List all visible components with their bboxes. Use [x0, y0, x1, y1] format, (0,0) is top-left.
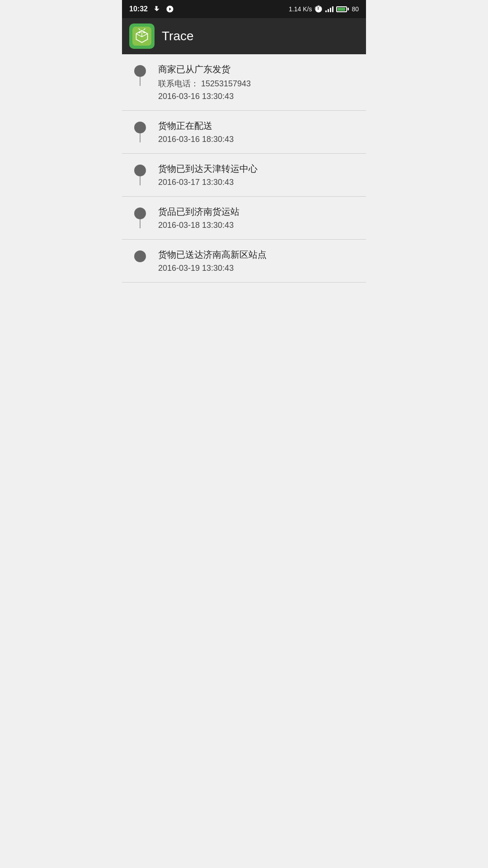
timeline-title: 货物已到达天津转运中心	[158, 163, 355, 175]
app-icon	[129, 24, 155, 49]
status-left: 10:32	[129, 5, 174, 13]
timeline-dot	[134, 165, 146, 176]
timeline-left	[122, 206, 158, 219]
alarm-icon	[314, 5, 323, 13]
timeline-left	[122, 163, 158, 176]
status-bar: 10:32 1.14 K/s 80	[122, 0, 366, 18]
network-icon	[166, 5, 174, 13]
timeline-line	[140, 133, 141, 142]
timeline-dot	[134, 208, 146, 219]
svg-point-6	[143, 32, 145, 33]
timeline-title: 货品已到济南货运站	[158, 206, 355, 218]
status-time: 10:32	[129, 5, 148, 13]
timeline-item: 货物已送达济南高新区站点 2016-03-19 13:30:43	[122, 240, 366, 283]
timeline-content: 货物已送达济南高新区站点 2016-03-19 13:30:43	[158, 249, 359, 273]
timeline-title: 商家已从广东发货	[158, 63, 355, 75]
timeline-title: 货物已送达济南高新区站点	[158, 249, 355, 261]
network-speed: 1.14 K/s	[289, 5, 312, 13]
timeline-content: 商家已从广东发货 联系电话： 15253157943 2016-03-16 13…	[158, 63, 359, 101]
app-title: Trace	[162, 29, 194, 43]
timeline-content: 货物已到达天津转运中心 2016-03-17 13:30:43	[158, 163, 359, 187]
timeline-subtitle: 联系电话： 15253157943	[158, 78, 355, 89]
timeline-item: 货物已到达天津转运中心 2016-03-17 13:30:43	[122, 154, 366, 197]
app-header: Trace	[122, 18, 366, 54]
timeline-line	[140, 77, 141, 86]
timeline-item: 货品已到济南货运站 2016-03-18 13:30:43	[122, 197, 366, 240]
timeline-left	[122, 63, 158, 77]
timeline-dot	[134, 250, 146, 262]
timeline-date: 2016-03-16 18:30:43	[158, 135, 355, 144]
signal-icon	[325, 6, 333, 12]
timeline-title: 货物正在配送	[158, 120, 355, 132]
timeline-container: 商家已从广东发货 联系电话： 15253157943 2016-03-16 13…	[122, 54, 366, 554]
timeline-item: 商家已从广东发货 联系电话： 15253157943 2016-03-16 13…	[122, 54, 366, 111]
timeline-date: 2016-03-17 13:30:43	[158, 178, 355, 187]
timeline-item: 货物正在配送 2016-03-16 18:30:43	[122, 111, 366, 154]
battery-icon	[336, 6, 349, 12]
timeline-dot	[134, 65, 146, 77]
battery-percent: 80	[352, 5, 359, 13]
content-area	[122, 283, 366, 554]
timeline-date: 2016-03-16 13:30:43	[158, 92, 355, 101]
timeline-date: 2016-03-18 13:30:43	[158, 221, 355, 230]
timeline-left	[122, 120, 158, 133]
timeline-dot	[134, 122, 146, 133]
status-right: 1.14 K/s 80	[289, 5, 359, 13]
timeline-left	[122, 249, 158, 262]
usb-icon	[152, 5, 161, 13]
timeline-content: 货物正在配送 2016-03-16 18:30:43	[158, 120, 359, 144]
svg-point-5	[139, 32, 141, 33]
timeline-line	[140, 176, 141, 185]
timeline-date: 2016-03-19 13:30:43	[158, 264, 355, 273]
timeline-line	[140, 219, 141, 228]
timeline-content: 货品已到济南货运站 2016-03-18 13:30:43	[158, 206, 359, 230]
